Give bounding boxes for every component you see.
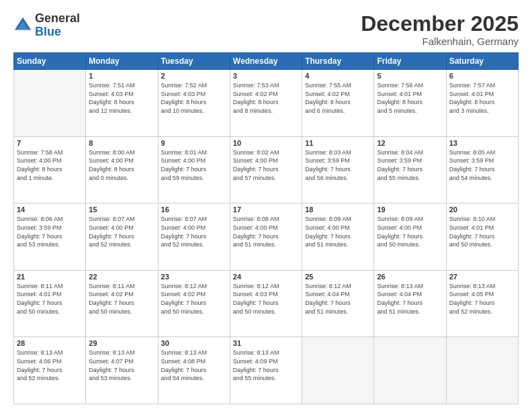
calendar-cell: 16Sunrise: 8:07 AM Sunset: 4:00 PM Dayli… — [158, 203, 230, 271]
day-number: 13 — [449, 139, 515, 147]
day-number: 17 — [233, 205, 299, 214]
day-number: 25 — [305, 273, 371, 281]
calendar-week-5: 28Sunrise: 8:13 AM Sunset: 4:06 PM Dayli… — [14, 337, 519, 404]
day-info: Sunrise: 8:07 AM Sunset: 4:00 PM Dayligh… — [161, 215, 227, 248]
logo-icon — [13, 16, 32, 35]
day-info: Sunrise: 8:12 AM Sunset: 4:03 PM Dayligh… — [233, 282, 299, 316]
day-number: 5 — [377, 72, 443, 80]
calendar-cell — [14, 70, 86, 137]
day-number: 22 — [89, 273, 154, 281]
day-info: Sunrise: 8:06 AM Sunset: 3:59 PM Dayligh… — [17, 215, 83, 248]
day-number: 8 — [89, 139, 154, 147]
day-number: 4 — [305, 72, 371, 80]
day-info: Sunrise: 7:51 AM Sunset: 4:03 PM Dayligh… — [89, 81, 154, 115]
calendar-cell: 11Sunrise: 8:03 AM Sunset: 3:59 PM Dayli… — [302, 136, 374, 203]
calendar-cell: 5Sunrise: 7:56 AM Sunset: 4:01 PM Daylig… — [374, 70, 446, 137]
calendar-header-thursday: Thursday — [302, 53, 374, 70]
day-info: Sunrise: 7:53 AM Sunset: 4:02 PM Dayligh… — [233, 81, 299, 115]
location: Falkenhain, Germany — [361, 36, 519, 47]
day-info: Sunrise: 8:09 AM Sunset: 4:00 PM Dayligh… — [305, 215, 371, 248]
calendar-cell: 24Sunrise: 8:12 AM Sunset: 4:03 PM Dayli… — [230, 270, 302, 337]
day-number: 3 — [233, 72, 299, 80]
day-number: 27 — [449, 273, 515, 281]
calendar-header-saturday: Saturday — [446, 53, 518, 70]
day-number: 2 — [161, 72, 227, 80]
day-number: 15 — [89, 205, 154, 214]
calendar-cell: 6Sunrise: 7:57 AM Sunset: 4:01 PM Daylig… — [446, 70, 518, 137]
day-number: 28 — [17, 339, 83, 347]
calendar-header-monday: Monday — [86, 53, 158, 70]
day-info: Sunrise: 7:55 AM Sunset: 4:02 PM Dayligh… — [305, 81, 371, 115]
calendar-cell: 21Sunrise: 8:11 AM Sunset: 4:01 PM Dayli… — [14, 270, 86, 337]
calendar-cell: 2Sunrise: 7:52 AM Sunset: 4:03 PM Daylig… — [158, 70, 230, 137]
day-number: 23 — [161, 273, 227, 281]
day-number: 11 — [305, 139, 371, 147]
calendar-header-wednesday: Wednesday — [230, 53, 302, 70]
day-number: 20 — [449, 205, 515, 214]
day-number: 12 — [377, 139, 443, 147]
logo-blue: Blue — [35, 25, 61, 38]
month-title: December 2025 — [361, 12, 519, 36]
day-info: Sunrise: 8:05 AM Sunset: 3:59 PM Dayligh… — [449, 148, 515, 182]
day-info: Sunrise: 8:11 AM Sunset: 4:01 PM Dayligh… — [17, 282, 83, 316]
day-info: Sunrise: 7:58 AM Sunset: 4:00 PM Dayligh… — [17, 148, 83, 182]
calendar-cell — [446, 337, 518, 404]
calendar-cell: 30Sunrise: 8:13 AM Sunset: 4:08 PM Dayli… — [158, 337, 230, 404]
calendar-week-4: 21Sunrise: 8:11 AM Sunset: 4:01 PM Dayli… — [14, 270, 519, 337]
day-info: Sunrise: 8:13 AM Sunset: 4:07 PM Dayligh… — [89, 349, 154, 382]
day-number: 6 — [449, 72, 515, 80]
calendar-week-2: 7Sunrise: 7:58 AM Sunset: 4:00 PM Daylig… — [14, 136, 519, 203]
calendar-cell: 1Sunrise: 7:51 AM Sunset: 4:03 PM Daylig… — [86, 70, 158, 137]
calendar-header-sunday: Sunday — [14, 53, 86, 70]
title-block: December 2025 Falkenhain, Germany — [361, 12, 519, 47]
calendar-cell: 27Sunrise: 8:13 AM Sunset: 4:05 PM Dayli… — [446, 270, 518, 337]
day-number: 14 — [17, 205, 83, 214]
day-number: 29 — [89, 339, 154, 347]
logo-text: General Blue — [35, 12, 80, 39]
day-info: Sunrise: 8:04 AM Sunset: 3:59 PM Dayligh… — [377, 148, 443, 182]
calendar-cell: 8Sunrise: 8:00 AM Sunset: 4:00 PM Daylig… — [86, 136, 158, 203]
day-number: 31 — [233, 339, 299, 347]
calendar-cell: 9Sunrise: 8:01 AM Sunset: 4:00 PM Daylig… — [158, 136, 230, 203]
calendar-cell — [374, 337, 446, 404]
calendar-cell: 31Sunrise: 8:13 AM Sunset: 4:09 PM Dayli… — [230, 337, 302, 404]
calendar-cell: 14Sunrise: 8:06 AM Sunset: 3:59 PM Dayli… — [14, 203, 86, 271]
calendar-cell: 29Sunrise: 8:13 AM Sunset: 4:07 PM Dayli… — [86, 337, 158, 404]
day-info: Sunrise: 8:13 AM Sunset: 4:08 PM Dayligh… — [161, 349, 227, 382]
calendar-cell: 22Sunrise: 8:11 AM Sunset: 4:02 PM Dayli… — [86, 270, 158, 337]
logo: General Blue — [13, 12, 80, 39]
day-info: Sunrise: 8:02 AM Sunset: 4:00 PM Dayligh… — [233, 148, 299, 182]
calendar-cell: 17Sunrise: 8:08 AM Sunset: 4:00 PM Dayli… — [230, 203, 302, 271]
calendar-cell: 25Sunrise: 8:12 AM Sunset: 4:04 PM Dayli… — [302, 270, 374, 337]
header: General Blue December 2025 Falkenhain, G… — [13, 12, 519, 47]
calendar-header-tuesday: Tuesday — [158, 53, 230, 70]
day-info: Sunrise: 8:11 AM Sunset: 4:02 PM Dayligh… — [89, 282, 154, 316]
day-info: Sunrise: 8:00 AM Sunset: 4:00 PM Dayligh… — [89, 148, 154, 182]
day-info: Sunrise: 7:56 AM Sunset: 4:01 PM Dayligh… — [377, 81, 443, 115]
day-number: 16 — [161, 205, 227, 214]
day-info: Sunrise: 8:13 AM Sunset: 4:05 PM Dayligh… — [449, 282, 515, 316]
calendar-cell: 3Sunrise: 7:53 AM Sunset: 4:02 PM Daylig… — [230, 70, 302, 137]
calendar-cell: 26Sunrise: 8:13 AM Sunset: 4:04 PM Dayli… — [374, 270, 446, 337]
day-info: Sunrise: 8:13 AM Sunset: 4:09 PM Dayligh… — [233, 349, 299, 382]
day-info: Sunrise: 8:12 AM Sunset: 4:02 PM Dayligh… — [161, 282, 227, 316]
day-info: Sunrise: 8:10 AM Sunset: 4:01 PM Dayligh… — [449, 215, 515, 248]
day-info: Sunrise: 8:07 AM Sunset: 4:00 PM Dayligh… — [89, 215, 154, 248]
calendar-cell: 28Sunrise: 8:13 AM Sunset: 4:06 PM Dayli… — [14, 337, 86, 404]
calendar-cell: 20Sunrise: 8:10 AM Sunset: 4:01 PM Dayli… — [446, 203, 518, 271]
day-number: 10 — [233, 139, 299, 147]
day-number: 1 — [89, 72, 154, 80]
day-number: 21 — [17, 273, 83, 281]
day-info: Sunrise: 8:03 AM Sunset: 3:59 PM Dayligh… — [305, 148, 371, 182]
day-info: Sunrise: 8:12 AM Sunset: 4:04 PM Dayligh… — [305, 282, 371, 316]
calendar-cell: 12Sunrise: 8:04 AM Sunset: 3:59 PM Dayli… — [374, 136, 446, 203]
day-info: Sunrise: 8:13 AM Sunset: 4:06 PM Dayligh… — [17, 349, 83, 382]
day-info: Sunrise: 8:08 AM Sunset: 4:00 PM Dayligh… — [233, 215, 299, 248]
day-number: 24 — [233, 273, 299, 281]
calendar-header-row: SundayMondayTuesdayWednesdayThursdayFrid… — [14, 53, 519, 70]
day-number: 18 — [305, 205, 371, 214]
calendar-header-friday: Friday — [374, 53, 446, 70]
day-info: Sunrise: 8:09 AM Sunset: 4:00 PM Dayligh… — [377, 215, 443, 248]
day-info: Sunrise: 8:01 AM Sunset: 4:00 PM Dayligh… — [161, 148, 227, 182]
calendar-cell: 15Sunrise: 8:07 AM Sunset: 4:00 PM Dayli… — [86, 203, 158, 271]
